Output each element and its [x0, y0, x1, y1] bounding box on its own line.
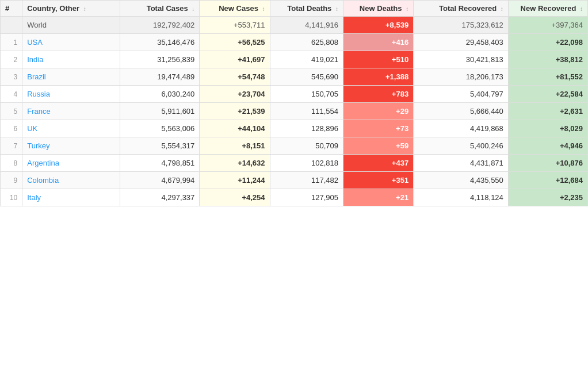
row-new-cases: +11,244: [200, 172, 270, 189]
row-country[interactable]: USA: [22, 34, 120, 51]
table-row: 1USA35,146,476+56,525625,808+41629,458,4…: [1, 34, 588, 51]
header-total-cases[interactable]: Total Cases ↓: [120, 1, 200, 17]
covid-stats-table: # Country, Other ↕ Total Cases ↓ New Cas…: [0, 0, 588, 206]
row-total-deaths: 111,554: [270, 103, 343, 120]
row-new-recovered: +8,029: [508, 120, 587, 137]
row-country[interactable]: Russia: [22, 86, 120, 103]
country-link[interactable]: Colombia: [27, 176, 59, 185]
row-country[interactable]: Argentina: [22, 155, 120, 172]
header-total-recovered[interactable]: Total Recovered ↕: [414, 1, 509, 17]
row-country[interactable]: Colombia: [22, 172, 120, 189]
row-new-deaths: +29: [343, 103, 413, 120]
row-new-recovered: +22,098: [508, 34, 587, 51]
row-total-deaths: 102,818: [270, 155, 343, 172]
country-link[interactable]: UK: [27, 124, 37, 133]
sort-icon-total-deaths[interactable]: ↕: [335, 6, 338, 12]
world-total-recovered: 175,323,612: [414, 17, 509, 34]
row-total-recovered: 4,431,871: [414, 155, 509, 172]
country-link[interactable]: France: [27, 107, 50, 116]
row-new-deaths: +73: [343, 120, 413, 137]
table-row: 3Brazil19,474,489+54,748545,690+1,38818,…: [1, 68, 588, 86]
row-total-recovered: 4,435,550: [414, 172, 509, 189]
row-country[interactable]: India: [22, 51, 120, 68]
row-total-cases: 5,911,601: [120, 103, 200, 120]
row-total-cases: 35,146,476: [120, 34, 200, 51]
row-total-cases: 4,679,994: [120, 172, 200, 189]
table-row: 5France5,911,601+21,539111,554+295,666,4…: [1, 103, 588, 120]
row-total-cases: 4,297,337: [120, 189, 200, 206]
header-new-recovered[interactable]: New Recovered ↕: [508, 1, 587, 17]
row-new-cases: +23,704: [200, 86, 270, 103]
row-new-cases: +41,697: [200, 51, 270, 68]
country-link[interactable]: Turkey: [27, 141, 49, 150]
row-new-cases: +21,539: [200, 103, 270, 120]
world-total-deaths: 4,141,916: [270, 17, 343, 34]
row-total-recovered: 29,458,403: [414, 34, 509, 51]
row-total-cases: 6,030,240: [120, 86, 200, 103]
row-num: 8: [1, 155, 22, 172]
world-row: World 192,792,402 +553,711 4,141,916 +8,…: [1, 17, 588, 34]
row-total-deaths: 127,905: [270, 189, 343, 206]
header-num: #: [1, 1, 22, 17]
row-num: 9: [1, 172, 22, 189]
world-num: [1, 17, 22, 34]
row-country[interactable]: UK: [22, 120, 120, 137]
country-link[interactable]: India: [27, 55, 43, 64]
country-link[interactable]: USA: [27, 38, 43, 47]
row-total-cases: 5,554,317: [120, 137, 200, 155]
row-new-deaths: +351: [343, 172, 413, 189]
world-country: World: [22, 17, 120, 34]
table-row: 10Italy4,297,337+4,254127,905+214,118,12…: [1, 189, 588, 206]
country-link[interactable]: Italy: [27, 193, 41, 202]
world-new-recovered: +397,364: [508, 17, 587, 34]
row-new-deaths: +59: [343, 137, 413, 155]
table-row: 2India31,256,839+41,697419,021+51030,421…: [1, 51, 588, 68]
row-new-recovered: +12,684: [508, 172, 587, 189]
row-new-recovered: +10,876: [508, 155, 587, 172]
header-new-deaths[interactable]: New Deaths ↕: [343, 1, 413, 17]
row-total-cases: 31,256,839: [120, 51, 200, 68]
row-total-cases: 19,474,489: [120, 68, 200, 86]
sort-icon-country[interactable]: ↕: [83, 6, 86, 12]
row-country[interactable]: Turkey: [22, 137, 120, 155]
row-total-deaths: 625,808: [270, 34, 343, 51]
row-new-recovered: +81,552: [508, 68, 587, 86]
row-total-recovered: 5,404,797: [414, 86, 509, 103]
row-total-recovered: 5,400,246: [414, 137, 509, 155]
row-new-deaths: +21: [343, 189, 413, 206]
row-total-deaths: 419,021: [270, 51, 343, 68]
sort-icon-total-recovered[interactable]: ↕: [501, 6, 503, 12]
row-total-recovered: 4,419,868: [414, 120, 509, 137]
row-num: 1: [1, 34, 22, 51]
row-new-deaths: +437: [343, 155, 413, 172]
row-new-deaths: +783: [343, 86, 413, 103]
header-total-deaths[interactable]: Total Deaths ↕: [270, 1, 343, 17]
row-total-deaths: 128,896: [270, 120, 343, 137]
row-new-recovered: +38,812: [508, 51, 587, 68]
row-total-deaths: 117,482: [270, 172, 343, 189]
row-num: 7: [1, 137, 22, 155]
row-country[interactable]: Brazil: [22, 68, 120, 86]
country-link[interactable]: Russia: [27, 90, 50, 98]
sort-icon-total-cases[interactable]: ↓: [192, 6, 194, 12]
row-new-recovered: +22,584: [508, 86, 587, 103]
sort-icon-new-deaths[interactable]: ↕: [406, 6, 408, 12]
row-new-recovered: +4,946: [508, 137, 587, 155]
header-new-cases[interactable]: New Cases ↕: [200, 1, 270, 17]
country-link[interactable]: Argentina: [27, 159, 59, 167]
country-link[interactable]: Brazil: [27, 72, 46, 81]
row-total-recovered: 5,666,440: [414, 103, 509, 120]
row-country[interactable]: France: [22, 103, 120, 120]
header-country[interactable]: Country, Other ↕: [22, 1, 120, 17]
row-new-cases: +14,632: [200, 155, 270, 172]
row-new-cases: +8,151: [200, 137, 270, 155]
sort-icon-new-cases[interactable]: ↕: [262, 6, 265, 12]
row-total-cases: 5,563,006: [120, 120, 200, 137]
row-new-cases: +56,525: [200, 34, 270, 51]
row-new-deaths: +1,388: [343, 68, 413, 86]
world-new-cases: +553,711: [200, 17, 270, 34]
row-country[interactable]: Italy: [22, 189, 120, 206]
sort-icon-new-recovered[interactable]: ↕: [580, 6, 583, 12]
row-num: 2: [1, 51, 22, 68]
row-total-recovered: 4,118,124: [414, 189, 509, 206]
